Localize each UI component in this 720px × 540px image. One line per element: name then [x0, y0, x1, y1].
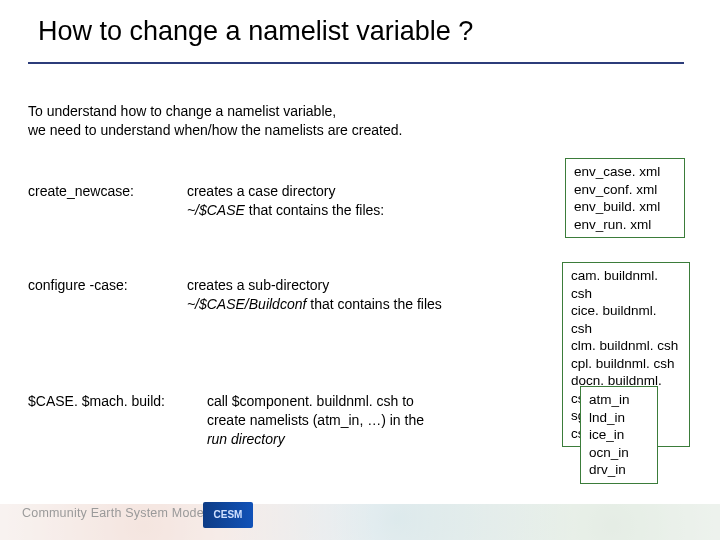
step-description: call $component. buildnml. csh to create… [207, 392, 437, 449]
step-command: configure -case: [28, 276, 183, 295]
step-command: $CASE. $mach. build: [28, 392, 203, 411]
desc-pre: creates a case directory [187, 183, 336, 199]
file-item: ice_in [589, 426, 649, 444]
intro-text: To understand how to change a namelist v… [28, 102, 402, 140]
step-row: create_newcase: creates a case directory… [28, 182, 384, 220]
desc-pre: creates a sub-directory [187, 277, 329, 293]
desc-path: run directory [207, 431, 285, 447]
file-item: env_build. xml [574, 198, 676, 216]
cesm-logo: CESM [203, 502, 253, 528]
file-item: ocn_in [589, 444, 649, 462]
file-item: cam. buildnml. csh [571, 267, 681, 302]
slide: How to change a namelist variable ? To u… [0, 0, 720, 540]
file-item: atm_in [589, 391, 649, 409]
step-description: creates a sub-directory ~/$CASE/Buildcon… [187, 276, 442, 314]
desc-path: ~/$CASE [187, 202, 245, 218]
file-item: cpl. buildnml. csh [571, 355, 681, 373]
file-list-box: atm_in lnd_in ice_in ocn_in drv_in [580, 386, 658, 484]
file-list-box: env_case. xml env_conf. xml env_build. x… [565, 158, 685, 238]
file-item: env_run. xml [574, 216, 676, 234]
desc-path: ~/$CASE/Buildconf [187, 296, 306, 312]
desc-pre: call $component. buildnml. csh to create… [207, 393, 424, 428]
step-row: $CASE. $mach. build: call $component. bu… [28, 392, 437, 449]
step-description: creates a case directory ~/$CASE that co… [187, 182, 384, 220]
file-item: clm. buildnml. csh [571, 337, 681, 355]
page-title: How to change a namelist variable ? [38, 16, 473, 47]
step-command: create_newcase: [28, 182, 183, 201]
file-item: lnd_in [589, 409, 649, 427]
title-underline [28, 62, 684, 64]
file-item: env_conf. xml [574, 181, 676, 199]
step-row: configure -case: creates a sub-directory… [28, 276, 442, 314]
file-item: cice. buildnml. csh [571, 302, 681, 337]
file-item: drv_in [589, 461, 649, 479]
desc-post: that contains the files: [245, 202, 384, 218]
desc-post: that contains the files [306, 296, 441, 312]
intro-line-1: To understand how to change a namelist v… [28, 103, 336, 119]
intro-line-2: we need to understand when/how the namel… [28, 122, 402, 138]
file-item: env_case. xml [574, 163, 676, 181]
